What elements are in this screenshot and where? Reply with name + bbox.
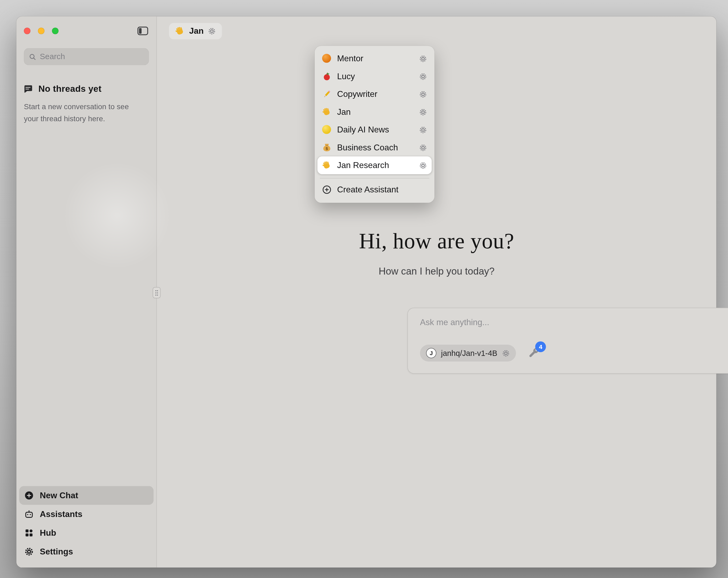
chat-input[interactable] bbox=[420, 318, 728, 339]
assistant-dropdown-menu: Mentor Lucy Copywriter Jan bbox=[315, 46, 435, 203]
menu-item-daily-ai-news[interactable]: Daily AI News bbox=[318, 121, 432, 139]
nav-label: Hub bbox=[40, 528, 56, 538]
gear-icon[interactable] bbox=[419, 144, 427, 151]
menu-item-label: Daily AI News bbox=[337, 125, 389, 134]
greeting: Hi, how are you? How can I help you toda… bbox=[157, 228, 716, 277]
sidebar-toggle-icon[interactable] bbox=[137, 26, 149, 36]
menu-item-label: Copywriter bbox=[337, 89, 378, 99]
chat-bubble-icon bbox=[24, 84, 33, 94]
plus-circle-icon bbox=[24, 491, 34, 500]
model-name: janhq/Jan-v1-4B bbox=[441, 349, 497, 357]
plus-circle-outline-icon bbox=[322, 185, 332, 194]
menu-item-label: Jan bbox=[337, 107, 351, 117]
yellow-circle-icon bbox=[322, 125, 331, 134]
close-button[interactable] bbox=[24, 28, 30, 34]
menu-item-mentor[interactable]: Mentor bbox=[318, 50, 432, 68]
desktop: No threads yet Start a new conversation … bbox=[0, 0, 728, 578]
app-window: No threads yet Start a new conversation … bbox=[16, 16, 716, 568]
titlebar bbox=[16, 16, 156, 46]
gear-icon[interactable] bbox=[419, 126, 427, 134]
sidebar-item-assistants[interactable]: Assistants bbox=[19, 505, 154, 524]
menu-divider bbox=[320, 178, 430, 178]
menu-item-jan-research[interactable]: Jan Research bbox=[318, 156, 432, 174]
search-icon bbox=[29, 53, 37, 61]
greeting-subtitle: How can I help you today? bbox=[157, 266, 716, 277]
gear-icon[interactable] bbox=[419, 72, 427, 80]
nav-label: New Chat bbox=[40, 491, 78, 500]
assistant-settings-gear-icon[interactable] bbox=[208, 27, 216, 35]
menu-item-label: Business Coach bbox=[337, 143, 398, 153]
gear-icon[interactable] bbox=[419, 90, 427, 98]
create-assistant-button[interactable]: Create Assistant bbox=[318, 180, 432, 199]
assistant-selector[interactable]: Jan bbox=[169, 23, 222, 39]
current-assistant-name: Jan bbox=[189, 26, 204, 36]
sidebar-item-settings[interactable]: Settings bbox=[19, 543, 154, 561]
gear-icon[interactable] bbox=[419, 55, 427, 62]
main-area: Jan Mentor Lucy Copywriter bbox=[157, 16, 716, 568]
search-input[interactable] bbox=[40, 52, 144, 61]
hub-grid-icon bbox=[24, 528, 34, 537]
gear-icon[interactable] bbox=[419, 108, 427, 116]
assistants-icon bbox=[24, 509, 34, 519]
gear-icon[interactable] bbox=[419, 161, 427, 169]
sidebar-item-hub[interactable]: Hub bbox=[19, 524, 154, 543]
menu-item-lucy[interactable]: Lucy bbox=[318, 68, 432, 85]
sidebar: No threads yet Start a new conversation … bbox=[16, 16, 157, 568]
tools-count-badge: 4 bbox=[536, 342, 546, 352]
create-assistant-label: Create Assistant bbox=[337, 185, 398, 195]
menu-item-label: Lucy bbox=[337, 71, 355, 81]
menu-item-label: Jan Research bbox=[337, 160, 389, 170]
chat-composer: J janhq/Jan-v1-4B 4 bbox=[408, 308, 728, 374]
pencil-icon bbox=[322, 90, 332, 99]
traffic-lights bbox=[24, 28, 59, 34]
grip-dots-icon bbox=[155, 289, 159, 296]
greeting-title: Hi, how are you? bbox=[157, 228, 716, 253]
settings-gear-icon bbox=[24, 547, 34, 556]
empty-state-title: No threads yet bbox=[38, 84, 102, 94]
minimize-button[interactable] bbox=[38, 28, 45, 34]
sidebar-item-new-chat[interactable]: New Chat bbox=[19, 486, 154, 505]
model-avatar: J bbox=[426, 348, 437, 358]
tools-button[interactable]: 4 bbox=[528, 347, 541, 359]
zoom-button[interactable] bbox=[52, 28, 59, 34]
sidebar-resize-handle[interactable] bbox=[153, 287, 161, 298]
orange-circle-icon bbox=[322, 54, 331, 62]
waving-hand-icon bbox=[175, 26, 185, 36]
menu-item-business-coach[interactable]: Business Coach bbox=[318, 139, 432, 156]
model-selector[interactable]: J janhq/Jan-v1-4B bbox=[420, 345, 516, 361]
main-header: Jan bbox=[157, 16, 716, 46]
model-settings-gear-icon[interactable] bbox=[502, 349, 510, 357]
sidebar-nav: New Chat Assistants Hub Settings bbox=[16, 486, 156, 568]
menu-item-jan[interactable]: Jan bbox=[318, 103, 432, 121]
menu-item-copywriter[interactable]: Copywriter bbox=[318, 85, 432, 103]
apple-icon bbox=[322, 72, 332, 81]
threads-empty-state: No threads yet Start a new conversation … bbox=[16, 65, 156, 125]
waving-hand-icon bbox=[322, 160, 332, 170]
search-box bbox=[24, 48, 149, 65]
money-bag-icon bbox=[322, 143, 332, 152]
waving-hand-icon bbox=[322, 107, 332, 117]
nav-label: Assistants bbox=[40, 509, 82, 519]
empty-state-description: Start a new conversation to see your thr… bbox=[24, 101, 142, 125]
menu-item-label: Mentor bbox=[337, 53, 363, 64]
nav-label: Settings bbox=[40, 547, 73, 557]
